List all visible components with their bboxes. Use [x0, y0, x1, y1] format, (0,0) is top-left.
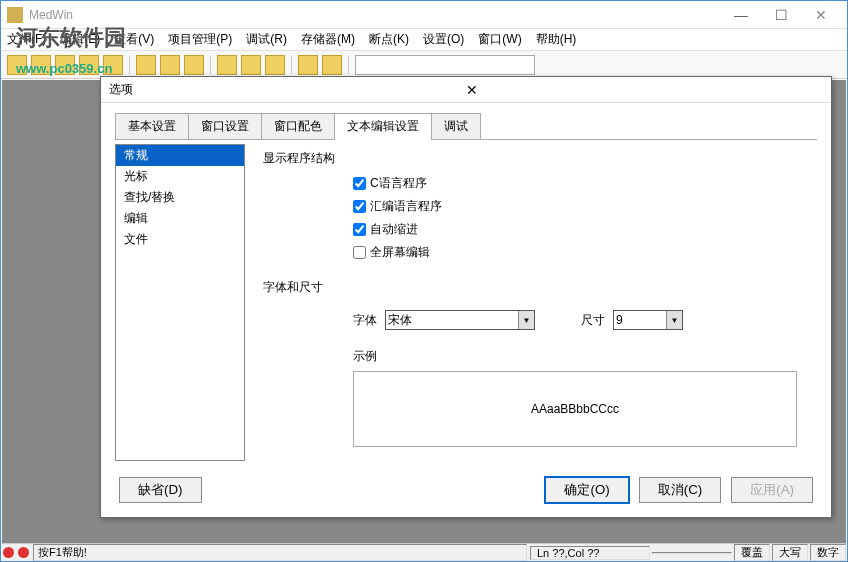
check-c-lang[interactable] [353, 177, 366, 190]
status-hint: 按F1帮助! [33, 544, 527, 561]
toolbar-icon[interactable] [265, 55, 285, 75]
check-c-lang-label: C语言程序 [370, 175, 427, 192]
tab-basic[interactable]: 基本设置 [115, 113, 189, 139]
check-indent-label: 自动缩进 [370, 221, 418, 238]
statusbar: 按F1帮助! Ln ??,Col ?? 覆盖 大写 数字 [1, 543, 847, 561]
font-label: 字体 [353, 312, 377, 329]
separator [348, 56, 349, 74]
menu-debug[interactable]: 调试(R) [246, 31, 287, 48]
close-button[interactable]: ✕ [801, 3, 841, 27]
toolbar-icon[interactable] [55, 55, 75, 75]
menu-memory[interactable]: 存储器(M) [301, 31, 355, 48]
struct-label: 显示程序结构 [263, 150, 807, 167]
options-dialog: 选项 ✕ 基本设置 窗口设置 窗口配色 文本编辑设置 调试 常规 光标 查找/替… [100, 76, 832, 518]
toolbar-icon[interactable] [31, 55, 51, 75]
toolbar-icon[interactable] [103, 55, 123, 75]
sample-preview: AAaaBBbbCCcc [353, 371, 797, 447]
sidebar-item-edit[interactable]: 编辑 [116, 208, 244, 229]
tab-text-editor[interactable]: 文本编辑设置 [334, 113, 432, 140]
sample-text: AAaaBBbbCCcc [531, 402, 619, 416]
window-title: MedWin [29, 8, 721, 22]
tab-debug[interactable]: 调试 [431, 113, 481, 139]
toolbar-icon[interactable] [136, 55, 156, 75]
status-pos: Ln ??,Col ?? [530, 546, 650, 560]
menu-breakpoint[interactable]: 断点(K) [369, 31, 409, 48]
separator [129, 56, 130, 74]
sample-label: 示例 [263, 348, 807, 365]
toolbar-icon[interactable] [217, 55, 237, 75]
menubar: 文件(F) 编辑(E) 查看(V) 项目管理(P) 调试(R) 存储器(M) 断… [1, 29, 847, 51]
size-label: 尺寸 [581, 312, 605, 329]
toolbar-icon[interactable] [298, 55, 318, 75]
check-asm[interactable] [353, 200, 366, 213]
titlebar: MedWin — ☐ ✕ [1, 1, 847, 29]
menu-help[interactable]: 帮助(H) [536, 31, 577, 48]
menu-view[interactable]: 查看(V) [114, 31, 154, 48]
menu-window[interactable]: 窗口(W) [478, 31, 521, 48]
check-asm-label: 汇编语言程序 [370, 198, 442, 215]
sidebar-item-general[interactable]: 常规 [116, 145, 244, 166]
tab-colors[interactable]: 窗口配色 [261, 113, 335, 139]
menu-settings[interactable]: 设置(O) [423, 31, 464, 48]
content-pane: 显示程序结构 C语言程序 汇编语言程序 自动缩进 全屏幕编辑 [253, 144, 817, 461]
separator [291, 56, 292, 74]
size-value: 9 [616, 313, 623, 327]
tab-strip: 基本设置 窗口设置 窗口配色 文本编辑设置 调试 [101, 103, 831, 139]
status-num: 数字 [810, 544, 846, 561]
minimize-button[interactable]: — [721, 3, 761, 27]
check-fullscreen[interactable] [353, 246, 366, 259]
sidebar-item-file[interactable]: 文件 [116, 229, 244, 250]
sidebar-item-find[interactable]: 查找/替换 [116, 187, 244, 208]
maximize-button[interactable]: ☐ [761, 3, 801, 27]
chevron-down-icon: ▼ [518, 311, 534, 329]
category-list: 常规 光标 查找/替换 编辑 文件 [115, 144, 245, 461]
font-size-label: 字体和尺寸 [263, 279, 807, 296]
menu-file[interactable]: 文件(F) [7, 31, 46, 48]
status-blank [652, 552, 732, 554]
tab-body: 常规 光标 查找/替换 编辑 文件 显示程序结构 C语言程序 汇编语言程序 自动… [101, 140, 831, 469]
toolbar-icon[interactable] [322, 55, 342, 75]
size-select[interactable]: 9 ▼ [613, 310, 683, 330]
toolbar-icon[interactable] [79, 55, 99, 75]
chevron-down-icon: ▼ [666, 311, 682, 329]
toolbar-icon[interactable] [241, 55, 261, 75]
dialog-buttons: 缺省(D) 确定(O) 取消(C) 应用(A) [101, 469, 831, 517]
toolbar-icon[interactable] [160, 55, 180, 75]
separator [210, 56, 211, 74]
status-ovr: 覆盖 [734, 544, 770, 561]
tab-window[interactable]: 窗口设置 [188, 113, 262, 139]
toolbar [1, 51, 847, 79]
toolbar-combo[interactable] [355, 55, 535, 75]
check-indent[interactable] [353, 223, 366, 236]
app-icon [7, 7, 23, 23]
toolbar-icon[interactable] [184, 55, 204, 75]
dialog-title: 选项 [109, 81, 462, 98]
status-dot-icon [18, 547, 29, 558]
menu-project[interactable]: 项目管理(P) [168, 31, 232, 48]
sidebar-item-cursor[interactable]: 光标 [116, 166, 244, 187]
font-select[interactable]: 宋体 ▼ [385, 310, 535, 330]
menu-edit[interactable]: 编辑(E) [60, 31, 100, 48]
status-dot-icon [3, 547, 14, 558]
status-caps: 大写 [772, 544, 808, 561]
toolbar-icon[interactable] [7, 55, 27, 75]
apply-button[interactable]: 应用(A) [731, 477, 813, 503]
dialog-titlebar: 选项 ✕ [101, 77, 831, 103]
defaults-button[interactable]: 缺省(D) [119, 477, 202, 503]
dialog-close-icon[interactable]: ✕ [462, 82, 823, 98]
check-fullscreen-label: 全屏幕编辑 [370, 244, 430, 261]
ok-button[interactable]: 确定(O) [545, 477, 628, 503]
font-value: 宋体 [388, 312, 412, 329]
cancel-button[interactable]: 取消(C) [639, 477, 722, 503]
